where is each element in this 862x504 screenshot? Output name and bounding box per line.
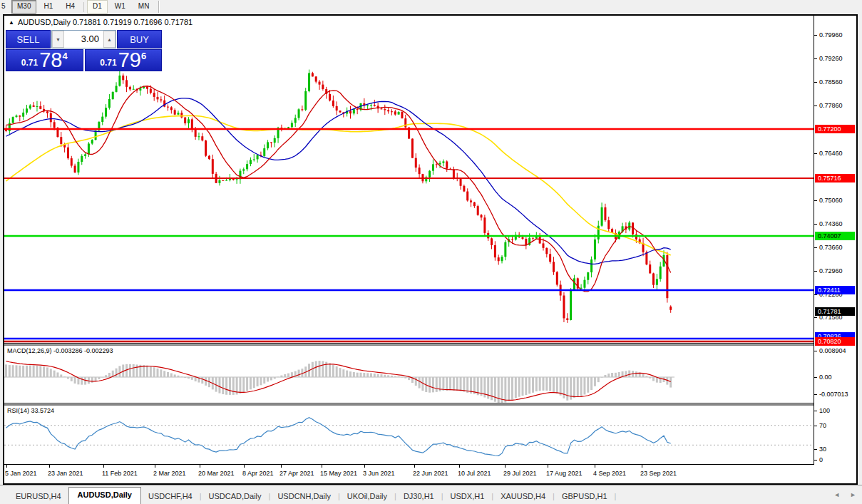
price-tick-0-76460-tickmark — [814, 153, 817, 154]
timeframe-button-mn[interactable]: MN — [133, 0, 155, 14]
sell-price-big: 78 — [39, 51, 62, 70]
price-tick-0-77860: 0.77860 — [819, 102, 843, 109]
date-label-29-jul-2021: 29 Jul 2021 — [503, 470, 537, 477]
tab-scroll-right-icon[interactable]: ► — [850, 491, 856, 498]
volume-decrease-icon[interactable]: ▼ — [52, 31, 64, 48]
price-chart-svg[interactable] — [4, 16, 814, 465]
price-tick-0-74360-tickmark — [814, 224, 817, 225]
price-tick-0-78560-tickmark — [814, 82, 817, 83]
price-tick-0-75060-tickmark — [814, 200, 817, 201]
date-tickmark — [155, 465, 155, 468]
buy-button[interactable]: BUY — [117, 30, 162, 48]
timeframe-button-m30[interactable]: M30 — [11, 0, 36, 14]
date-tickmark — [364, 465, 365, 468]
chart-symbol-header: ▲ AUDUSD,Daily 0.71881 0.71919 0.71696 0… — [9, 18, 193, 26]
date-tickmark — [642, 465, 642, 468]
toolbar-group-edge — [158, 1, 159, 13]
volume-value[interactable]: 3.00 — [64, 31, 103, 48]
date-label-23-jan-2021: 23 Jan 2021 — [48, 470, 83, 477]
date-tickmark — [595, 465, 595, 468]
toolbar-separator — [83, 2, 84, 12]
rsi-tick-70-tickmark — [814, 426, 817, 426]
price-tick-0-72280-tickmark — [814, 294, 817, 295]
date-label-3-jun-2021: 3 Jun 2021 — [363, 470, 395, 477]
date-label-2-mar-2021: 2 Mar 2021 — [153, 470, 186, 477]
collapse-triangle-icon[interactable]: ▲ — [9, 19, 14, 26]
tab-audusd-daily[interactable]: AUDUSD,Daily — [68, 487, 141, 504]
rsi-tick-0-tickmark — [814, 460, 817, 461]
price-tick-0-71580-tickmark — [814, 317, 817, 318]
rsi-tick-70: 70 — [819, 422, 826, 429]
tab-ukoil-daily[interactable]: UKOil,Daily — [340, 488, 394, 504]
tab-usdchf-h4[interactable]: USDCHF,H4 — [141, 488, 200, 504]
date-label-17-aug-2021: 17 Aug 2021 — [546, 470, 583, 477]
price-tick-0-72960: 0.72960 — [819, 267, 843, 274]
tab-eurusd-h4[interactable]: EURUSD,H4 — [9, 488, 68, 504]
price-level-label-0-74007: 0.74007 — [815, 232, 855, 240]
macd-tick-0-008904-tickmark — [814, 351, 817, 351]
rsi-tick-0: 0 — [819, 456, 823, 463]
price-tick-0-72960-tickmark — [814, 271, 817, 272]
timeframe-button-h4[interactable]: H4 — [60, 0, 81, 14]
buy-price-prefix: 0.71 — [100, 58, 116, 68]
date-tickmark — [103, 465, 104, 468]
date-tickmark — [244, 465, 245, 468]
date-label-11-feb-2021: 11 Feb 2021 — [102, 470, 138, 477]
date-tickmark — [281, 465, 282, 468]
price-tick-0-79960-tickmark — [814, 35, 817, 36]
timeframe-button-h1[interactable]: H1 — [38, 0, 58, 14]
tab-usdcnh-daily[interactable]: USDCNH,Daily — [270, 488, 338, 504]
chart-title: AUDUSD,Daily 0.71881 0.71919 0.71696 0.7… — [18, 18, 193, 26]
macd-tick-0-007013-tickmark — [814, 394, 817, 395]
macd-tick-0-00-tickmark — [814, 377, 817, 378]
rsi-indicator-label: RSI(14) 33.5724 — [7, 407, 54, 414]
volume-stepper: ▼ 3.00 ▲ — [51, 30, 116, 48]
sell-price-sup: 4 — [62, 51, 67, 61]
buy-price-quote[interactable]: 0.71 79 6 — [85, 49, 163, 71]
date-label-8-apr-2021: 8 Apr 2021 — [242, 470, 274, 477]
tab-usdcad-daily[interactable]: USDCAD,Daily — [202, 488, 269, 504]
rsi-tick-30-tickmark — [814, 449, 817, 450]
date-label-5-jan-2021: 5 Jan 2021 — [5, 470, 37, 477]
date-tickmark — [505, 465, 506, 468]
price-level-label-0-75716: 0.75716 — [815, 174, 855, 182]
sell-price-quote[interactable]: 0.71 78 4 — [6, 49, 83, 71]
buy-price-sup: 6 — [141, 51, 146, 61]
price-tick-0-76460: 0.76460 — [819, 150, 843, 157]
timeframe-button-d1[interactable]: D1 — [87, 0, 108, 14]
price-tick-0-74360: 0.74360 — [819, 220, 843, 227]
volume-increase-icon[interactable]: ▲ — [103, 31, 116, 48]
price-axis-panel[interactable]: 0.799600.792600.785600.778600.764600.750… — [814, 16, 856, 465]
tab-gbpusd-h1[interactable]: GBPUSD,H1 — [555, 488, 615, 504]
tab-xauusd-h4[interactable]: XAUUSD,H4 — [493, 488, 553, 504]
buy-price-big: 79 — [118, 51, 141, 70]
timeframe-button-5[interactable]: 5 — [1, 0, 10, 14]
date-label-10-jul-2021: 10 Jul 2021 — [458, 470, 491, 477]
tab-scroll-left-icon[interactable]: ◄ — [833, 491, 840, 498]
date-tickmark — [200, 465, 200, 468]
rsi-tick-100: 100 — [819, 407, 830, 414]
macd-tick-0-00: 0.00 — [819, 374, 832, 381]
tab-separator: | — [615, 492, 617, 504]
tab-usdx-h1[interactable]: USDX,H1 — [443, 488, 492, 504]
date-label-15-may-2021: 15 May 2021 — [320, 470, 357, 477]
timeframe-button-w1[interactable]: W1 — [109, 0, 131, 14]
tab-dj30-h1[interactable]: DJ30,H1 — [396, 488, 441, 504]
one-click-trade-panel: SELL ▼ 3.00 ▲ BUY 0.71 78 4 0.71 — [6, 30, 162, 71]
tab-scroll-controls: ◄ ► — [833, 491, 856, 498]
date-axis[interactable]: 5 Jan 202123 Jan 202111 Feb 20212 Mar 20… — [4, 465, 856, 483]
price-tick-0-79960: 0.79960 — [819, 31, 843, 38]
date-label-27-apr-2021: 27 Apr 2021 — [279, 470, 314, 477]
macd-tick-0-008904: 0.008904 — [819, 347, 846, 354]
date-tickmark — [414, 465, 415, 468]
chart-area[interactable]: ▲ AUDUSD,Daily 0.71881 0.71919 0.71696 0… — [4, 16, 856, 483]
price-tick-0-77860-tickmark — [814, 106, 817, 106]
macd-tick-0-007013: -0.007013 — [819, 391, 848, 398]
date-tickmark — [6, 465, 7, 468]
chart-window: ▲ AUDUSD,Daily 0.71881 0.71919 0.71696 0… — [3, 14, 858, 485]
sell-button[interactable]: SELL — [6, 30, 51, 48]
date-tickmark — [548, 465, 548, 468]
macd-indicator-label: MACD(12,26,9) -0.003286 -0.002293 — [7, 347, 113, 354]
price-tick-0-79260-tickmark — [814, 58, 817, 59]
price-level-label-0-77200: 0.77200 — [815, 125, 855, 133]
